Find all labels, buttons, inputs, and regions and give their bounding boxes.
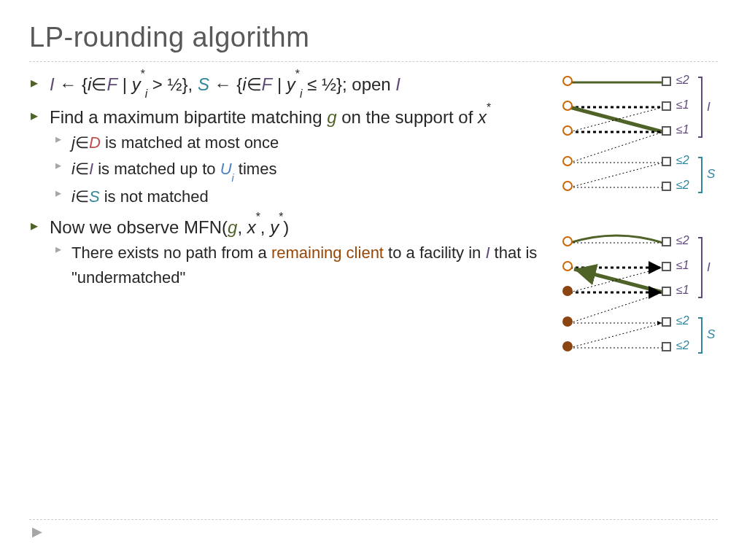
diagram-top: ≤2 ≤1 ≤1 ≤2 ≤2 I S	[554, 72, 718, 211]
facility-node	[662, 287, 671, 296]
bracket-label-i: I	[707, 100, 711, 114]
client-node	[562, 261, 573, 271]
client-node-filled	[562, 341, 573, 351]
bracket-label-i: I	[707, 260, 711, 275]
bullet-3a: There exists no path from a remaining cl…	[50, 241, 539, 290]
client-node-filled	[562, 286, 573, 296]
sublist-3: There exists no path from a remaining cl…	[50, 241, 539, 290]
bullet-3: Now we observe MFN(g, x*, y*) There exis…	[29, 215, 539, 290]
client-node	[562, 236, 573, 246]
bracket-label-s: S	[707, 327, 715, 342]
bullet-2c: i∈S is not matched	[50, 184, 539, 209]
edges-top	[554, 72, 718, 211]
slide-title: LP-rounding algorithm	[29, 22, 718, 59]
client-node	[562, 125, 573, 136]
bullet-2b: i∈I is matched up to Ui times	[50, 157, 539, 183]
svg-line-6	[570, 132, 663, 163]
capacity-label: ≤2	[676, 314, 689, 327]
edges-bottom	[554, 233, 718, 371]
bullet-2: Find a maximum bipartite matching g on t…	[29, 105, 539, 209]
facility-node	[662, 237, 671, 246]
capacity-label: ≤1	[676, 98, 689, 112]
decor-arrow-icon: ▶	[32, 524, 42, 540]
facility-node	[662, 157, 671, 166]
bullet-2a: j∈D is matched at most once	[50, 131, 539, 155]
client-node	[562, 101, 573, 111]
bracket-s	[698, 317, 703, 354]
divider-top	[29, 61, 718, 62]
svg-line-15	[570, 292, 663, 323]
facility-node	[662, 182, 671, 191]
client-node	[562, 76, 573, 86]
capacity-label: ≤1	[676, 123, 689, 136]
client-node-filled	[562, 316, 573, 327]
facility-node	[662, 262, 671, 271]
facility-node	[662, 101, 671, 111]
bracket-i	[698, 77, 703, 138]
facility-node	[662, 126, 671, 136]
facility-node	[662, 77, 671, 86]
client-node	[562, 156, 573, 166]
facility-node	[662, 317, 671, 327]
svg-line-13	[570, 268, 663, 292]
content-row: I ← {i∈F | y*i > ½}, S ← {i∈F | y*i ≤ ½}…	[29, 72, 718, 393]
slide: LP-rounding algorithm I ← {i∈F | y*i > ½…	[0, 0, 747, 560]
bracket-i	[698, 237, 703, 298]
capacity-label: ≤2	[676, 74, 689, 87]
text-column: I ← {i∈F | y*i > ½}, S ← {i∈F | y*i ≤ ½}…	[29, 72, 539, 393]
svg-line-4	[570, 107, 663, 132]
bracket-s	[698, 157, 703, 193]
bracket-label-s: S	[707, 167, 715, 182]
svg-line-8	[570, 163, 663, 187]
sublist-2: j∈D is matched at most once i∈I is match…	[50, 131, 539, 209]
svg-line-2	[570, 107, 663, 132]
bullet-1: I ← {i∈F | y*i > ½}, S ← {i∈F | y*i ≤ ½}…	[29, 72, 539, 99]
capacity-label: ≤2	[676, 339, 689, 352]
client-node	[562, 181, 573, 191]
capacity-label: ≤2	[676, 179, 689, 192]
svg-line-17	[570, 323, 663, 348]
capacity-label: ≤2	[676, 234, 689, 247]
capacity-label: ≤2	[676, 154, 689, 167]
svg-line-11	[574, 269, 663, 292]
facility-node	[662, 342, 671, 351]
diagram-column: ≤2 ≤1 ≤1 ≤2 ≤2 I S	[554, 72, 718, 393]
bullet-list: I ← {i∈F | y*i > ½}, S ← {i∈F | y*i ≤ ½}…	[29, 72, 539, 290]
diagram-bottom: ≤2 ≤1 ≤1 ≤2 ≤2 I S	[554, 233, 718, 371]
capacity-label: ≤1	[676, 284, 689, 297]
capacity-label: ≤1	[676, 259, 689, 272]
divider-bottom	[29, 519, 718, 520]
